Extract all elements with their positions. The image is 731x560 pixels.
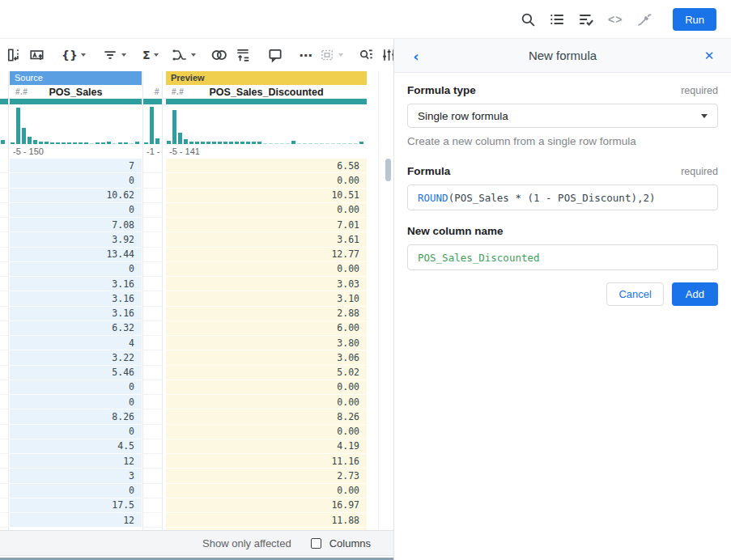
source-cell[interactable]: 3.92 [10,232,142,247]
join-icon[interactable] [168,45,199,65]
hist-bar[interactable] [113,143,117,144]
preview-cell[interactable]: 0.00 [166,380,367,395]
column-header[interactable]: #.# POS_Sales_Discounted [166,85,367,99]
hist-bar[interactable] [201,142,205,144]
sliver-cell[interactable] [0,380,8,395]
hist-bar[interactable] [130,143,134,144]
hist-bar[interactable] [303,143,307,144]
hist-bar[interactable] [107,142,111,144]
source-cell[interactable]: 7.08 [10,218,142,232]
hist-bar[interactable] [178,133,182,144]
mid-cell[interactable] [143,159,162,173]
source-cell[interactable]: 0 [10,484,142,498]
mid-cell[interactable] [143,307,162,321]
source-cell[interactable]: 3.16 [10,277,142,291]
hist-bar[interactable] [45,142,49,144]
mid-cell[interactable] [143,203,162,218]
mid-cell[interactable] [143,513,162,528]
sliver-cell[interactable] [0,173,8,188]
hist-bar[interactable] [39,142,43,144]
mid-cell[interactable] [143,454,162,469]
hist-bar[interactable] [331,143,335,144]
hist-bar[interactable] [189,142,193,144]
mid-cell[interactable] [143,218,162,232]
hist-bar[interactable] [342,143,346,144]
hist-bar[interactable] [280,143,284,144]
aggregate-sigma-icon[interactable]: Σ [139,47,162,63]
sliver-cell[interactable] [0,277,8,291]
mid-cell[interactable] [143,262,162,277]
sliver-cell[interactable] [0,218,8,232]
preview-cell[interactable]: 5.02 [166,366,367,380]
sliver-cell[interactable] [0,484,8,498]
preview-cell[interactable]: 3.61 [166,232,367,247]
hist-bar[interactable] [184,139,188,144]
quality-bar[interactable] [10,99,142,104]
mid-cell[interactable] [143,277,162,291]
mid-cell[interactable] [143,469,162,483]
sliver-cell[interactable] [0,395,8,409]
preview-cell[interactable]: 3.03 [166,277,367,291]
find-replace-icon[interactable] [355,45,377,65]
hist-bar[interactable] [172,110,176,144]
source-cell[interactable]: 0 [10,262,142,277]
sliver-cell[interactable] [0,498,8,513]
source-cell[interactable]: 5.46 [10,366,142,380]
hist-bar[interactable] [235,142,239,144]
append-rows-icon[interactable] [232,45,254,65]
source-cell[interactable]: 3 [10,469,142,483]
mid-cell[interactable] [143,395,162,409]
mid-cell[interactable] [143,380,162,395]
hist-bar[interactable] [96,142,100,144]
sliver-cell[interactable] [0,350,8,365]
union-icon[interactable] [207,45,232,65]
braces-extract-icon[interactable]: {} [58,47,89,63]
hist-bar[interactable] [62,142,66,144]
hist-bar[interactable] [274,143,278,144]
mid-cell[interactable] [143,439,162,454]
hist-bar[interactable] [218,142,222,144]
hist-bar[interactable] [150,107,154,144]
source-cell[interactable]: 0 [10,203,142,218]
preview-cell[interactable]: 3.06 [166,350,367,365]
comment-icon[interactable] [264,45,287,65]
preview-cell[interactable]: 2.73 [166,469,367,483]
source-cell[interactable]: 7 [10,159,142,173]
preview-cell[interactable]: 10.51 [166,189,367,203]
preview-cell[interactable]: 0.00 [166,173,367,188]
mid-cell[interactable] [143,248,162,262]
sliver-cell[interactable] [0,321,8,336]
preview-cell[interactable]: 0.00 [166,203,367,218]
sliver-cell[interactable] [0,159,8,173]
source-cell[interactable]: 13.44 [10,248,142,262]
hist-bar[interactable] [206,142,210,144]
hist-bar[interactable] [118,142,122,144]
column-header[interactable]: #.# POS_Sales [10,85,142,99]
cancel-button[interactable]: Cancel [606,282,663,306]
hist-bar[interactable] [155,138,159,144]
source-cell[interactable]: 0 [10,425,142,439]
sliver-cell[interactable] [0,291,8,306]
mid-cell[interactable] [143,484,162,498]
hist-bar[interactable] [348,143,352,144]
hist-bar[interactable] [337,143,341,144]
sliver-cell[interactable] [0,513,8,528]
mid-cell[interactable] [143,336,162,350]
hist-bar[interactable] [291,141,295,144]
search-icon[interactable] [519,11,537,28]
preview-cell[interactable]: 0.00 [166,425,367,439]
source-cell[interactable]: 6.32 [10,321,142,336]
hist-bar[interactable] [320,143,324,144]
rename-column-icon[interactable] [26,45,49,65]
sliver-cell[interactable] [0,232,8,247]
source-cell[interactable]: 4 [10,336,142,350]
mid-cell[interactable] [143,291,162,306]
column-header[interactable]: # [143,85,162,99]
hist-bar[interactable] [297,143,301,144]
hist-bar[interactable] [67,142,71,144]
sliver-cell[interactable] [0,336,8,350]
source-cell[interactable]: 8.26 [10,409,142,424]
source-cell[interactable]: 17.5 [10,498,142,513]
sliver-cell[interactable] [0,469,8,483]
list-icon[interactable] [548,11,566,28]
